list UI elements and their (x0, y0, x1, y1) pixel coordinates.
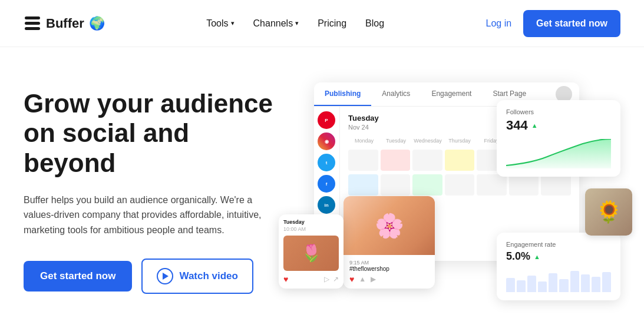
phone-time: 10:00 AM (283, 226, 339, 232)
engagement-card: Engagement rate 5.0% ▲ (497, 233, 620, 300)
cal-post (445, 174, 475, 196)
eng-bar (506, 278, 515, 292)
eng-bar (559, 279, 568, 292)
chevron-down-icon: ▾ (295, 19, 299, 27)
followers-label: Followers (506, 108, 611, 115)
tab-analytics[interactable]: Analytics (371, 82, 421, 106)
engagement-label: Engagement rate (506, 241, 611, 248)
logo-text: Buffer (46, 16, 84, 31)
cal-post (412, 174, 442, 196)
facebook-account[interactable]: f (318, 175, 335, 193)
play-icon (157, 268, 173, 284)
followers-trend: ▲ (531, 122, 538, 129)
cal-day-thu: Thursday (444, 137, 475, 145)
phone-comment-icon: ▷ (324, 275, 329, 283)
phone-card: Tuesday 10:00 AM ♥ ▷ ↗ (279, 214, 344, 289)
svg-rect-1 (25, 22, 40, 25)
eng-bar (549, 273, 557, 292)
tab-engagement[interactable]: Engagement (421, 82, 482, 106)
followers-count: 344 ▲ (506, 118, 611, 133)
pinterest-account[interactable]: P (318, 111, 335, 129)
phone-footer: ♥ ▷ ↗ (283, 274, 339, 284)
nav-logo[interactable]: Buffer 🌍 (24, 16, 105, 31)
engagement-chart (506, 269, 611, 292)
cal-post (381, 150, 411, 171)
calendar-row-2 (348, 174, 571, 196)
like-icon: ♥ (349, 274, 354, 284)
eng-bar (592, 277, 600, 292)
cal-post (509, 174, 539, 196)
cal-post (541, 174, 571, 196)
eng-bar (581, 274, 590, 292)
hero-watch-video-button[interactable]: Watch video (141, 259, 253, 294)
nav-get-started-button[interactable]: Get started now (523, 10, 620, 37)
post-card: 9:15 AM #theflowershop ♥ ▲ ▶ (344, 196, 435, 289)
svg-rect-2 (25, 27, 40, 30)
engagement-value: 5.0% ▲ (506, 250, 611, 263)
phone-action-icons: ▷ ↗ (324, 275, 339, 283)
cal-post (477, 174, 507, 196)
eng-bar (538, 281, 547, 292)
instagram-account[interactable]: ◉ (318, 132, 335, 150)
followers-chart (506, 139, 611, 168)
nav-right: Log in Get started now (486, 10, 621, 37)
nav-pricing[interactable]: Pricing (318, 18, 346, 29)
chevron-down-icon: ▾ (231, 19, 235, 27)
phone-share-icon: ↗ (333, 275, 339, 283)
linkedin-account[interactable]: in (318, 196, 335, 214)
hero-buttons: Get started now Watch video (24, 259, 283, 294)
post-card-footer: 9:15 AM #theflowershop ♥ ▲ ▶ (344, 255, 435, 289)
nav-tools[interactable]: Tools ▾ (206, 18, 234, 29)
eng-bar (527, 276, 536, 292)
phone-heart-icon: ♥ (283, 274, 288, 284)
cal-post (381, 174, 411, 196)
login-link[interactable]: Log in (486, 18, 512, 29)
hero-title: Grow your audience on social and beyond (24, 89, 283, 178)
twitter-account[interactable]: t (318, 154, 335, 171)
nav-blog[interactable]: Blog (365, 18, 384, 29)
nav-links: Tools ▾ Channels ▾ Pricing Blog (206, 18, 384, 29)
cal-post (348, 150, 378, 171)
cal-day-tue: Tuesday (380, 137, 412, 145)
phone-image (283, 236, 339, 271)
hero-app-mockup: Publishing Analytics Engagement Start Pa… (308, 82, 620, 300)
eng-bar (517, 280, 526, 292)
hero-get-started-button[interactable]: Get started now (24, 261, 132, 292)
post-time: 9:15 AM (349, 260, 429, 266)
play-triangle (163, 273, 169, 280)
cal-post (348, 174, 378, 196)
share-icon: ▶ (371, 275, 376, 283)
flower-image (344, 196, 435, 255)
post-card-image (344, 196, 435, 255)
cal-day-wed: Wednesday (412, 137, 444, 145)
svg-rect-0 (25, 16, 40, 19)
eng-bar (602, 272, 611, 292)
cal-post (445, 150, 475, 171)
post-hashtag: #theflowershop (349, 266, 429, 272)
logo-emoji: 🌍 (89, 16, 105, 31)
hero-section: Grow your audience on social and beyond … (0, 47, 644, 318)
cal-post (412, 150, 442, 171)
followers-card: Followers 344 ▲ (497, 100, 620, 177)
followers-chart-svg (506, 139, 611, 168)
buffer-logo-icon (24, 16, 41, 31)
hero-description: Buffer helps you build an audience organ… (24, 193, 283, 238)
phone-date: Tuesday (283, 219, 339, 225)
thumbnail-image (585, 188, 632, 236)
nav-channels[interactable]: Channels ▾ (253, 18, 299, 29)
eng-bar (570, 271, 579, 292)
navbar: Buffer 🌍 Tools ▾ Channels ▾ Pricing Blog… (0, 0, 644, 47)
thumbnail-card (585, 188, 632, 236)
hero-left: Grow your audience on social and beyond … (24, 89, 283, 294)
cal-day-mon: Monday (348, 137, 380, 145)
comment-icon: ▲ (359, 275, 366, 283)
tab-publishing[interactable]: Publishing (314, 82, 371, 106)
engagement-trend: ▲ (534, 253, 540, 260)
